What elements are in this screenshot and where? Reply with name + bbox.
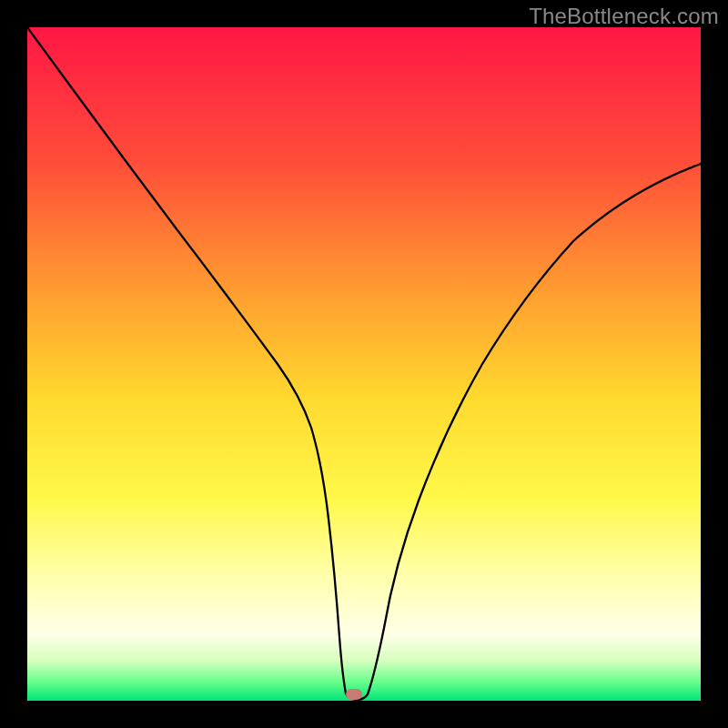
curve-path	[27, 27, 701, 700]
watermark-text: TheBottleneck.com	[529, 4, 719, 29]
chart-frame	[27, 27, 701, 701]
bottleneck-curve	[27, 27, 701, 701]
optimal-point-marker	[346, 689, 362, 700]
